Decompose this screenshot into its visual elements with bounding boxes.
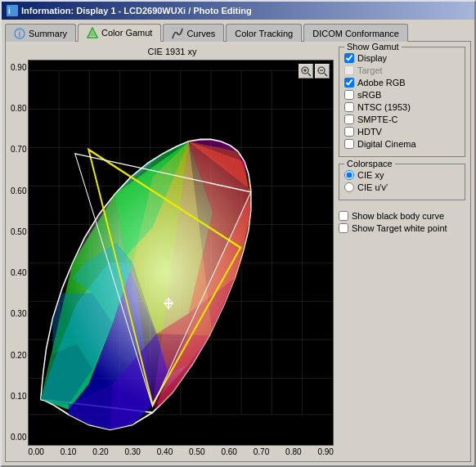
ntsc-label: NTSC (1953) (357, 102, 411, 112)
zoom-out-button[interactable] (315, 64, 330, 79)
info-icon: i (14, 28, 25, 39)
ntsc-checkbox[interactable] (344, 102, 354, 112)
hdtv-checkbox[interactable] (344, 127, 354, 137)
cie-xy-radio-item: CIE xy (344, 170, 460, 180)
main-window: i Information: Display 1 - LCD2690WUXi /… (0, 0, 476, 467)
svg-text:i: i (19, 29, 21, 38)
title-bar: i Information: Display 1 - LCD2690WUXi /… (2, 2, 474, 20)
zoom-in-button[interactable] (299, 64, 313, 79)
digital-cinema-label: Digital Cinema (357, 139, 416, 149)
triangle-icon (87, 27, 98, 38)
display-checkbox[interactable] (344, 53, 354, 63)
tab-summary[interactable]: i Summary (5, 24, 76, 42)
cie-uv-radio-item: CIE u'v' (344, 182, 460, 192)
chart-title: CIE 1931 xy (11, 47, 334, 56)
target-white-checkbox[interactable] (339, 223, 348, 233)
curves-icon (172, 28, 183, 39)
zoom-out-icon (317, 65, 328, 77)
cie-xy-label: CIE xy (357, 170, 384, 180)
tab-dicom[interactable]: DICOM Conformance (303, 24, 408, 42)
cie-diagram-svg (29, 61, 333, 445)
content-area: CIE 1931 xy 0.90 0.80 0.70 0.60 0.50 0.4… (5, 41, 471, 462)
tab-dicom-label: DICOM Conformance (312, 29, 399, 38)
black-body-label: Show black body curve (352, 211, 444, 221)
window-icon: i (7, 5, 18, 16)
smpte-checkbox[interactable] (344, 115, 354, 124)
cie-uv-label: CIE u'v' (357, 182, 388, 192)
zoom-controls (299, 64, 330, 79)
target-checkbox[interactable] (344, 65, 354, 75)
show-gamut-group: Show Gamut Display Target Adobe RGB sRGB (339, 47, 465, 157)
digital-cinema-checkbox-item: Digital Cinema (344, 139, 460, 149)
svg-text:i: i (8, 7, 11, 16)
colorspace-group: Colorspace CIE xy CIE u'v' (339, 164, 465, 200)
target-white-item: Show Target white point (339, 223, 465, 233)
hdtv-label: HDTV (357, 127, 382, 137)
digital-cinema-checkbox[interactable] (344, 139, 354, 149)
tab-summary-label: Summary (29, 29, 67, 38)
target-white-label: Show Target white point (352, 223, 447, 233)
hdtv-checkbox-item: HDTV (344, 127, 460, 137)
tabs-bar: i Summary Color Gamut Curves Color Track… (2, 20, 474, 41)
smpte-label: SMPTE-C (357, 115, 398, 124)
smpte-checkbox-item: SMPTE-C (344, 115, 460, 124)
right-panel: Show Gamut Display Target Adobe RGB sRGB (339, 47, 465, 456)
target-label: Target (357, 65, 383, 75)
tab-curves-label: Curves (186, 29, 215, 38)
chart-section: CIE 1931 xy 0.90 0.80 0.70 0.60 0.50 0.4… (11, 47, 334, 456)
svg-line-8 (308, 74, 312, 77)
zoom-in-icon (300, 65, 312, 77)
tab-color-gamut-label: Color Gamut (101, 28, 152, 38)
tab-color-tracking[interactable]: Color Tracking (226, 24, 302, 42)
adobe-rgb-checkbox-item: Adobe RGB (344, 78, 460, 88)
window-title: Information: Display 1 - LCD2690WUXi / P… (21, 6, 252, 16)
display-label: Display (357, 53, 387, 63)
srgb-checkbox[interactable] (344, 90, 354, 100)
y-axis: 0.90 0.80 0.70 0.60 0.50 0.40 0.30 0.20 … (11, 60, 28, 456)
tab-color-gamut[interactable]: Color Gamut (78, 24, 161, 42)
svg-line-12 (325, 74, 328, 77)
x-axis: 0.00 0.10 0.20 0.30 0.40 0.50 0.60 0.70 … (28, 446, 334, 456)
extra-options: Show black body curve Show Target white … (339, 207, 465, 237)
show-gamut-label: Show Gamut (344, 42, 402, 52)
srgb-checkbox-item: sRGB (344, 90, 460, 100)
adobe-rgb-checkbox[interactable] (344, 78, 354, 88)
adobe-rgb-label: Adobe RGB (357, 78, 406, 88)
tab-curves[interactable]: Curves (163, 24, 224, 42)
cie-uv-radio[interactable] (344, 182, 354, 192)
cie-chart (28, 60, 334, 446)
black-body-checkbox[interactable] (339, 211, 348, 221)
black-body-item: Show black body curve (339, 211, 465, 221)
tab-color-tracking-label: Color Tracking (235, 29, 293, 38)
ntsc-checkbox-item: NTSC (1953) (344, 102, 460, 112)
target-checkbox-item: Target (344, 65, 460, 75)
srgb-label: sRGB (357, 90, 381, 100)
display-checkbox-item: Display (344, 53, 460, 63)
cie-xy-radio[interactable] (344, 170, 354, 180)
colorspace-label: Colorspace (344, 159, 395, 168)
